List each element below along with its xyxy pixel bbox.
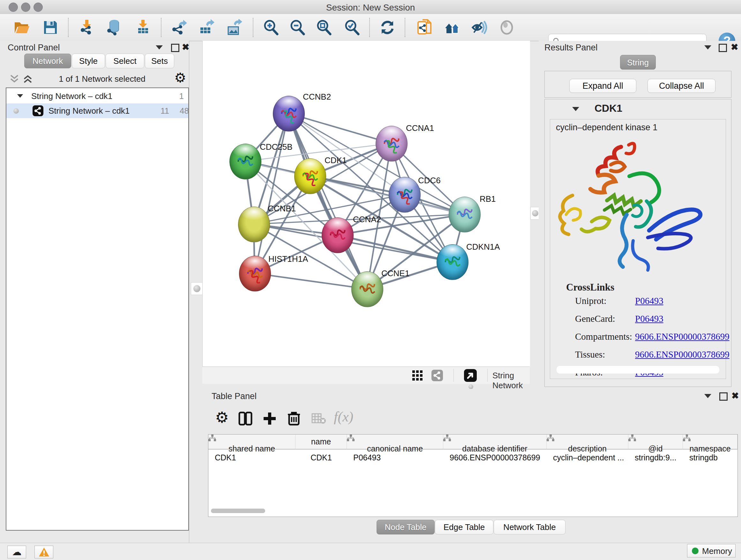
open-file-icon[interactable] — [13, 19, 30, 36]
show-columns-icon[interactable] — [238, 411, 253, 426]
crosslink-value-link[interactable]: P06493 — [635, 314, 664, 324]
crosslink-value-link[interactable]: P06493 — [635, 296, 664, 306]
panel-menu-icon[interactable] — [156, 45, 163, 50]
node-ccnb1[interactable] — [238, 206, 270, 242]
tab-node-table[interactable]: Node Table — [377, 520, 434, 535]
node-cdkn1a[interactable] — [436, 244, 468, 280]
cell-namespace[interactable]: stringdb — [683, 450, 738, 465]
export-table-icon[interactable] — [198, 19, 214, 36]
results-scrollbar[interactable] — [556, 366, 719, 374]
open-in-window-icon[interactable] — [464, 369, 477, 382]
protein-ribbon-thumbnail — [441, 253, 464, 272]
share-clipboard-icon[interactable] — [416, 19, 433, 36]
collapse-all-icon[interactable] — [10, 74, 19, 84]
string-view-icon[interactable] — [431, 370, 443, 381]
column-header-canonicalname[interactable]: canonical name — [347, 435, 443, 449]
toolbar-separator — [161, 18, 161, 37]
node-cdc6[interactable] — [389, 177, 421, 212]
float-panel-icon[interactable] — [719, 392, 728, 401]
tab-string[interactable]: String — [620, 55, 656, 70]
grid-view-icon[interactable] — [412, 370, 423, 381]
edge-CCNB2-HIST1H1A[interactable] — [255, 113, 288, 273]
collapse-all-button[interactable]: Collapse All — [648, 79, 716, 93]
expand-all-icon[interactable] — [23, 74, 32, 84]
zoom-fit-icon[interactable] — [316, 19, 332, 36]
float-panel-icon[interactable] — [719, 44, 727, 52]
close-panel-icon[interactable]: ✖ — [731, 392, 739, 400]
expand-all-button[interactable]: Expand All — [569, 79, 636, 93]
cell-databaseidentifier[interactable]: 9606.ENSP00000378699 — [443, 450, 547, 465]
cell-name[interactable]: CDK1 — [295, 450, 347, 465]
tab-sets[interactable]: Sets — [145, 54, 174, 68]
network-collection-row[interactable]: String Network – cdk1 1 — [6, 89, 188, 104]
node-cdc25b[interactable] — [229, 144, 261, 179]
tab-edge-table[interactable]: Edge Table — [435, 520, 493, 535]
string-home-icon[interactable] — [444, 19, 461, 36]
export-network-icon[interactable] — [171, 19, 187, 36]
import-table-icon[interactable] — [134, 19, 151, 36]
network-view-toolbar: String Network – cdk1 ✓ 1 - 0 0 - 0 — [202, 367, 530, 384]
crosslink-value-link[interactable]: 9606.ENSP00000378699 — [635, 331, 730, 342]
column-header-description[interactable]: description — [547, 435, 628, 449]
crosslink-value-link[interactable]: 9606.ENSP00000378699 — [635, 349, 730, 360]
edge-CCNE1-HIST1H1A[interactable] — [255, 273, 367, 289]
zoom-out-icon[interactable] — [289, 19, 306, 36]
memory-button[interactable]: Memory — [687, 544, 736, 557]
close-panel-icon[interactable]: ✖ — [731, 43, 738, 51]
string-network-icon — [32, 105, 44, 116]
table-options-gear-icon[interactable]: ⚙ — [215, 410, 229, 425]
node-ccna2[interactable] — [322, 217, 354, 253]
node-ccne1[interactable] — [351, 271, 383, 307]
collection-disclosure-icon[interactable] — [17, 94, 23, 98]
node-ccnb2[interactable] — [273, 96, 305, 132]
node-cdk1[interactable] — [294, 159, 326, 194]
node-label-ccnb1: CCNB1 — [268, 204, 296, 213]
tab-select[interactable]: Select — [106, 54, 144, 68]
network-row-selected[interactable]: String Network – cdk1 11 48 — [6, 104, 188, 118]
zoom-in-icon[interactable] — [263, 19, 279, 36]
cloud-status-button[interactable]: ☁ — [7, 546, 26, 558]
results-panel-title: Results Panel — [544, 43, 598, 53]
tab-network[interactable]: Network — [24, 54, 71, 68]
import-network-icon[interactable] — [78, 19, 95, 36]
node-label-ccne1: CCNE1 — [381, 268, 409, 278]
cell-description[interactable]: cyclin–dependent ... — [547, 450, 628, 465]
edge-CCNA2-CDKN1A[interactable] — [337, 235, 452, 262]
node-ccna1[interactable] — [376, 126, 408, 162]
network-status-dot — [13, 108, 19, 114]
left-splitter-handle[interactable] — [191, 282, 203, 295]
delete-column-icon[interactable] — [286, 411, 301, 426]
column-header-sharedname[interactable]: shared name — [208, 435, 295, 449]
column-header-id[interactable]: @id — [628, 435, 683, 449]
network-canvas[interactable]: CCNB2CCNA1CDC25BCDK1CDC6RB1CCNB1CCNA2CDK… — [202, 41, 530, 367]
table-horizontal-scrollbar[interactable] — [211, 509, 265, 513]
create-column-icon[interactable] — [262, 411, 277, 426]
protein-disclosure-icon[interactable] — [572, 107, 579, 111]
column-header-namespace[interactable]: namespace — [683, 435, 738, 449]
protein-ribbon-thumbnail — [454, 205, 476, 225]
cell-canonicalname[interactable]: P06493 — [347, 450, 443, 465]
cell-id[interactable]: stringdb:9... — [628, 450, 683, 465]
node-rb1[interactable] — [449, 197, 481, 233]
horizontal-splitter-handle[interactable] — [468, 384, 473, 389]
column-header-name[interactable]: name — [295, 435, 347, 449]
warnings-button[interactable] — [35, 546, 53, 558]
hide-unhide-icon[interactable] — [471, 19, 488, 36]
tab-style[interactable]: Style — [72, 54, 105, 68]
column-header-databaseidentifier[interactable]: database identifier — [443, 435, 547, 449]
panel-menu-icon[interactable] — [704, 45, 711, 50]
tab-network-table[interactable]: Network Table — [494, 520, 565, 535]
cell-sharedname[interactable]: CDK1 — [208, 450, 295, 465]
table-panel-title: Table Panel — [212, 391, 257, 401]
import-database-icon[interactable] — [105, 19, 122, 36]
export-image-icon[interactable] — [226, 19, 242, 36]
network-options-gear-icon[interactable]: ⚙ — [174, 71, 186, 84]
node-hist1h1a[interactable] — [239, 256, 271, 292]
zoom-selected-icon[interactable] — [344, 19, 360, 36]
close-panel-icon[interactable]: ✖ — [182, 43, 189, 51]
refresh-icon[interactable] — [379, 19, 396, 36]
float-panel-icon[interactable] — [171, 44, 179, 52]
panel-menu-icon[interactable] — [704, 394, 711, 398]
save-session-icon[interactable] — [42, 19, 59, 36]
toggle-bundling-icon[interactable] — [498, 19, 515, 36]
